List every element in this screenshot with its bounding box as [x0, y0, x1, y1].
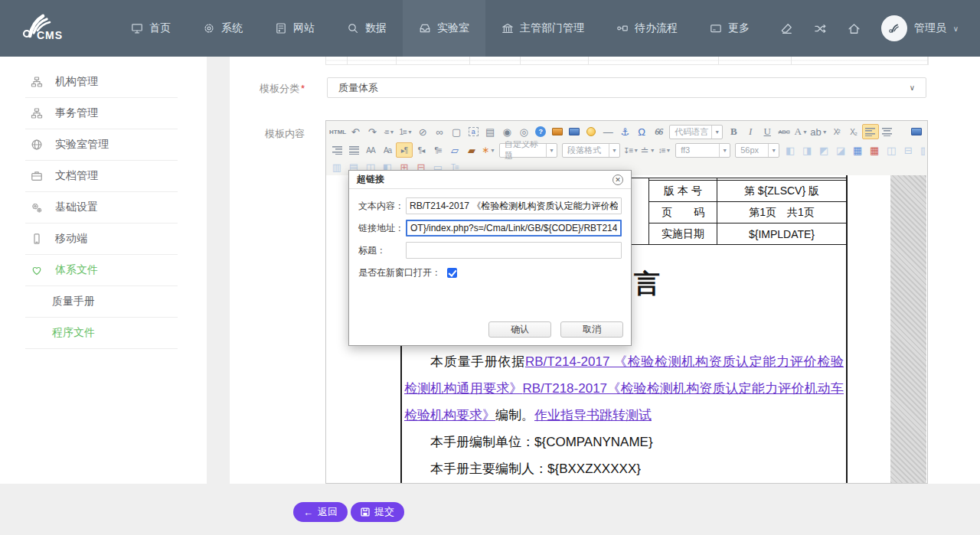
unlink-button[interactable]: ⊘ — [414, 124, 431, 139]
line-height-button[interactable]: ↕≡▼ — [656, 142, 673, 158]
eraser-format-button[interactable]: ▱ — [446, 142, 463, 158]
home-icon[interactable] — [848, 22, 861, 35]
info-value: 第 ${ZLSCV} 版 — [717, 181, 847, 202]
align-right-button[interactable] — [328, 142, 345, 158]
text-indent-button[interactable]: ↧≡▼ — [622, 142, 639, 158]
text-content-input[interactable] — [406, 197, 622, 214]
eraser-format-icon: ▱ — [451, 145, 459, 156]
nav-item-system[interactable]: 系统 — [187, 0, 259, 57]
source-button[interactable]: HTML — [328, 124, 347, 139]
justify-button[interactable] — [345, 142, 362, 158]
left-to-right-button[interactable]: ▸¶ — [396, 142, 413, 158]
fullscreen-button[interactable] — [908, 124, 925, 139]
submit-button[interactable]: 提交 — [351, 502, 404, 522]
link-url-input[interactable] — [406, 220, 622, 237]
nav-item-laboratory[interactable]: 实验室 — [403, 0, 485, 57]
special-char-button[interactable]: Ω — [633, 124, 650, 139]
quick-format-button[interactable]: ∗▼ — [480, 142, 497, 158]
help-button[interactable]: ? — [532, 124, 549, 139]
sidebar-item-doc-mgmt[interactable]: 文档管理 — [0, 161, 207, 191]
dialog-header[interactable]: 超链接 ✕ — [349, 171, 631, 189]
align-left-button[interactable] — [862, 124, 879, 139]
anchor-button[interactable]: ⚓ — [616, 124, 633, 139]
redo-button[interactable]: ↷ — [364, 124, 381, 139]
new-document-button[interactable]: ▢ — [448, 124, 465, 139]
media-button[interactable] — [566, 124, 583, 139]
nav-item-todo-flow[interactable]: 待办流程 — [600, 0, 694, 57]
horizontal-rule-button[interactable]: — — [599, 124, 616, 139]
superscript-button[interactable]: X² — [828, 124, 845, 139]
subscript-button[interactable]: X₂ — [845, 124, 862, 139]
mobile-icon — [31, 233, 43, 245]
blockquote-button[interactable]: 66 — [650, 124, 667, 139]
right-to-left-button[interactable]: ¶◂ — [413, 142, 430, 158]
sidebar-item-mobile[interactable]: 移动端 — [0, 223, 207, 254]
document-body: 本质量手册依据RB/T214-2017 《检验检测机构资质认定能力评价检验检测机… — [402, 348, 846, 482]
italic-button[interactable]: I — [742, 124, 759, 139]
sidebar-item-lab-mgmt[interactable]: 实验室管理 — [0, 129, 207, 160]
font-family-select[interactable]: ff3▼ — [675, 143, 730, 158]
emoticon-button[interactable] — [583, 124, 599, 139]
sidebar-item-org-mgmt[interactable]: 机构管理 — [0, 67, 207, 97]
unordered-list-button[interactable]: ∙≡▼ — [381, 124, 397, 139]
undo-button[interactable]: ↶ — [347, 124, 364, 139]
chevron-down-icon: ▼ — [802, 129, 808, 135]
nav-item-website[interactable]: 网站 — [259, 0, 331, 57]
chevron-down-icon: ▼ — [822, 129, 828, 135]
back-button[interactable]: ← 返回 — [293, 502, 348, 522]
lowercase-button[interactable]: Aa — [379, 142, 396, 158]
page-margin-hatch — [890, 175, 926, 483]
bold-button[interactable]: B — [725, 124, 742, 139]
eraser-icon[interactable] — [780, 22, 793, 35]
align-center-icon — [882, 127, 892, 136]
clear-format-button[interactable]: ▰ — [463, 142, 480, 158]
underline-button[interactable]: U — [759, 124, 776, 139]
paragraph-format-select[interactable]: 段落格式▼ — [562, 143, 620, 158]
dialog-fields: 文本内容：链接地址：标题： — [358, 197, 622, 259]
nav-item-data[interactable]: 数据 — [331, 0, 403, 57]
link-button[interactable]: ∞ — [431, 124, 448, 139]
chevron-down-icon: ▼ — [609, 144, 619, 157]
close-icon[interactable]: ✕ — [612, 175, 623, 185]
chevron-down-icon: ▼ — [390, 129, 395, 135]
italic-icon: I — [749, 126, 752, 138]
image-button[interactable] — [549, 124, 566, 139]
link-title-input[interactable] — [406, 242, 622, 259]
sidebar-item-label: 基础设置 — [55, 201, 98, 214]
anchor-text-button[interactable]: a — [465, 124, 482, 139]
ordered-list-button[interactable]: 1≡▼ — [397, 124, 414, 139]
code-language-select[interactable]: 代码语言▼ — [669, 125, 723, 139]
paragraph-button[interactable]: ¶≡ — [430, 142, 446, 158]
nav-item-home[interactable]: 首页 — [115, 0, 187, 57]
confirm-button[interactable]: 确认 — [488, 321, 551, 338]
vertical-align-button[interactable]: ≐▼ — [639, 142, 656, 158]
preview-button[interactable]: ◎ — [515, 124, 532, 139]
cancel-button[interactable]: 取消 — [560, 321, 623, 338]
highlight-button[interactable]: ab▼ — [809, 124, 828, 139]
custom-title-select[interactable]: 自定义标题▼ — [499, 143, 557, 158]
shuffle-icon[interactable] — [814, 22, 827, 35]
font-size-select[interactable]: 56px▼ — [735, 143, 779, 158]
template-category-select[interactable]: 质量体系 ∨ — [327, 77, 926, 98]
sidebar-item-quality-manual[interactable]: 质量手册 — [0, 286, 207, 317]
nav-item-more[interactable]: 更多 — [694, 0, 766, 57]
nav-item-dept-admin[interactable]: 主管部门管理 — [485, 0, 600, 57]
sidebar-item-system-files[interactable]: 体系文件 — [0, 255, 207, 285]
new-window-checkbox[interactable] — [447, 268, 457, 278]
align-center-button[interactable] — [879, 124, 896, 139]
sidebar-item-affair-mgmt[interactable]: 事务管理 — [0, 98, 207, 129]
print-button[interactable]: ▤ — [482, 124, 498, 139]
find-button[interactable]: ◉ — [498, 124, 515, 139]
sidebar-item-basic-settings[interactable]: 基础设置 — [0, 192, 207, 223]
sidebar-item-procedure-files[interactable]: 程序文件 — [0, 318, 207, 348]
help-icon: ? — [535, 126, 546, 137]
font-color-button[interactable]: A▼ — [792, 124, 809, 139]
strikethrough-button[interactable]: ABC — [776, 124, 792, 139]
font-color-icon: A — [795, 126, 802, 138]
document-link[interactable]: 作业指导书跳转测试 — [534, 408, 652, 422]
document-paragraph-3: 本手册主要编制人：${BXXZXXXXX} — [404, 455, 844, 482]
sitemap-icon — [31, 76, 43, 88]
user-menu[interactable]: 管理员 ∨ — [881, 15, 959, 41]
app-logo[interactable]: CMS — [0, 0, 115, 57]
uppercase-button[interactable]: AA — [362, 142, 379, 158]
